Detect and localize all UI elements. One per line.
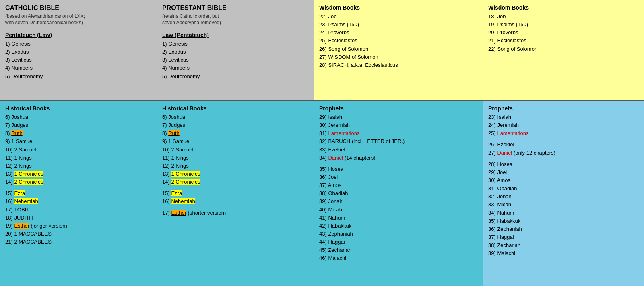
list-item: 28) Hosea (488, 160, 639, 168)
list-item: 15) Ezra (5, 189, 152, 197)
list-item: 14) 2 Chronicles (5, 178, 152, 186)
historical-protestant-cell: Historical Books 6) Joshua 7) Judges 8) … (157, 101, 314, 286)
list-item: 37) Haggai (488, 233, 639, 241)
list-item: 36) Joel (319, 173, 478, 181)
list-item: 31) Obadiah (488, 184, 639, 193)
protestant-title: PROTESTANT BIBLE (162, 4, 309, 12)
list-item: 10) 2 Samuel (5, 146, 152, 154)
list-item: 4) Numbers (5, 64, 152, 72)
list-item: 17) Esther (shorter version) (162, 209, 309, 217)
catholic-subtitle2: with seven Deuterocanonical books) (5, 20, 152, 25)
list-item: 16) Nehemiah (162, 197, 309, 205)
wisdom-protestant-books: 18) Job 19) Psalms (150) 20) Proverbs 21… (488, 12, 639, 53)
list-item: 35) Hosea (319, 165, 478, 173)
historical-catholic-title: Historical Books (5, 105, 152, 112)
list-item: 3) Leviticus (162, 56, 309, 64)
law-pentateuch-title: Law (Pentateuch) (162, 32, 309, 38)
list-item: 21) 2 MACCABEES (5, 238, 152, 246)
list-item: 8) Ruth (162, 129, 309, 137)
list-item: 27) WISDOM of Solomon (319, 53, 478, 61)
ruth-protestant-highlight: Ruth (168, 130, 179, 136)
2chronicles-protestant-highlight: 2 Chronicles (171, 179, 200, 185)
list-item: 39) Jonah (319, 197, 478, 205)
esther-catholic-highlight: Esther (14, 223, 29, 229)
esther-protestant-highlight: Esther (171, 210, 186, 216)
list-item: 43) Zephaniah (319, 230, 478, 238)
prophets-catholic-title: Prophets (319, 105, 478, 112)
list-item: 27) Daniel (only 12 chapters) (488, 149, 639, 157)
list-item: 19) Esther (longer version) (5, 222, 152, 230)
list-item: 33) Micah (488, 201, 639, 209)
list-item: 12) 2 Kings (162, 162, 309, 170)
list-item: 23) Isaiah (488, 113, 639, 121)
list-item: 21) Ecclesiastes (488, 37, 639, 45)
pentateuch-books: 1) Genesis 2) Exodus 3) Leviticus 4) Num… (5, 40, 152, 81)
list-item: 4) Numbers (162, 64, 309, 72)
list-item: 14) 2 Chronicles (162, 178, 309, 186)
catholic-subtitle1: (based on Alexandrian canon of LXX; (5, 13, 152, 19)
prophets-catholic-cell: Prophets 29) Isaiah 30) Jeremiah 31) Lam… (314, 101, 483, 286)
list-item: 28) SIRACH, a.k.a. Ecclesiasticus (319, 61, 478, 69)
law-books: 1) Genesis 2) Exodus 3) Leviticus 4) Num… (162, 40, 309, 81)
ezra-highlight: Ezra (14, 190, 25, 196)
nehemiah-highlight: Nehemiah (14, 198, 38, 204)
list-item: 31) Lamentations (319, 129, 478, 137)
list-item: 1) Genesis (5, 40, 152, 48)
list-item: 36) Zephaniah (488, 225, 639, 233)
wisdom-catholic-cell: Wisdom Books 22) Job 23) Psalms (150) 24… (314, 0, 483, 101)
list-item: 9) 1 Samuel (162, 137, 309, 145)
lamentations-catholic: Lamentations (328, 130, 359, 136)
daniel-protestant: Daniel (497, 150, 512, 156)
wisdom-protestant-title: Wisdom Books (488, 4, 639, 11)
list-item: 8) Ruth (5, 129, 152, 137)
protestant-subtitle2: seven Apocrypha removed) (162, 20, 309, 25)
catholic-title: CATHOLIC BIBLE (5, 4, 152, 12)
list-item: 16) Nehemiah (5, 197, 152, 205)
list-item: 24) Proverbs (319, 29, 478, 37)
protestant-header-cell: PROTESTANT BIBLE (retains Catholic order… (157, 0, 314, 101)
list-item: 35) Habakkuk (488, 217, 639, 225)
list-item: 30) Jeremiah (319, 121, 478, 129)
wisdom-catholic-title: Wisdom Books (319, 4, 478, 11)
list-item: 40) Micah (319, 206, 478, 214)
list-item: 42) Habakkuk (319, 222, 478, 230)
list-item: 11) 1 Kings (5, 154, 152, 162)
lamentations-protestant: Lamentations (497, 130, 528, 136)
historical-catholic-books: 6) Joshua 7) Judges 8) Ruth 9) 1 Samuel … (5, 113, 152, 246)
list-item: 38) Obadiah (319, 189, 478, 197)
list-item: 26) Ezekiel (488, 141, 639, 149)
list-item: 41) Nahum (319, 214, 478, 222)
list-item: 32) Jonah (488, 193, 639, 201)
list-item: 17) TOBIT (5, 206, 152, 214)
list-item: 25) Lamentations (488, 129, 639, 137)
historical-protestant-title: Historical Books (162, 105, 309, 112)
list-item: 5) Deuteronomy (5, 73, 152, 81)
wisdom-protestant-cell: Wisdom Books 18) Job 19) Psalms (150) 20… (483, 0, 644, 101)
list-item: 24) Jeremiah (488, 121, 639, 129)
prophets-protestant-title: Prophets (488, 105, 639, 112)
pentateuch-title: Pentateuch (Law) (5, 32, 152, 38)
list-item: 6) Joshua (162, 113, 309, 121)
list-item: 6) Joshua (5, 113, 152, 121)
nehemiah-protestant-highlight: Nehemiah (171, 198, 195, 204)
list-item: 23) Psalms (150) (319, 21, 478, 29)
catholic-header-cell: CATHOLIC BIBLE (based on Alexandrian can… (0, 0, 157, 101)
list-item: 1) Genesis (162, 40, 309, 48)
ezra-protestant-highlight: Ezra (171, 190, 182, 196)
list-item: 11) 1 Kings (162, 154, 309, 162)
1chronicles-highlight: 1 Chronicles (14, 171, 43, 177)
list-item: 12) 2 Kings (5, 162, 152, 170)
list-item: 37) Amos (319, 181, 478, 189)
historical-catholic-cell: Historical Books 6) Joshua 7) Judges 8) … (0, 101, 157, 286)
list-item: 20) Proverbs (488, 29, 639, 37)
list-item: 46) Malachi (319, 254, 478, 262)
1chronicles-protestant-highlight: 1 Chronicles (171, 171, 200, 177)
prophets-protestant-books: 23) Isaiah 24) Jeremiah 25) Lamentations… (488, 113, 639, 257)
list-item: 26) Song of Solomon (319, 45, 478, 53)
list-item: 18) JUDITH (5, 214, 152, 222)
list-item: 7) Judges (5, 121, 152, 129)
list-item: 38) Zechariah (488, 241, 639, 249)
list-item: 18) Job (488, 12, 639, 21)
list-item: 5) Deuteronomy (162, 73, 309, 81)
list-item: 7) Judges (162, 121, 309, 129)
